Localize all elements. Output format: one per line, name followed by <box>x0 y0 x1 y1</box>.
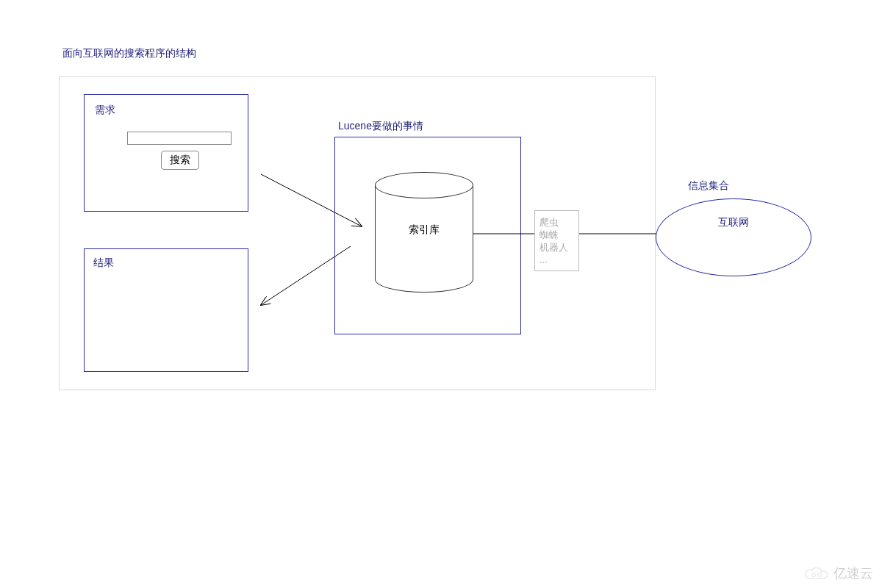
lucene-label: Lucene要做的事情 <box>338 120 423 133</box>
internet-label: 互联网 <box>656 198 811 276</box>
search-input[interactable] <box>127 132 232 145</box>
crawler-line3: 机器人 <box>539 242 574 254</box>
result-box: 结果 <box>84 248 248 372</box>
demand-box: 需求 搜索 <box>84 94 248 212</box>
svg-point-5 <box>818 573 821 576</box>
crawler-line4: ... <box>539 254 574 267</box>
watermark: 亿速云 <box>804 564 873 582</box>
crawler-box: 爬虫 蜘蛛 机器人 ... <box>534 210 579 271</box>
crawler-line2: 蜘蛛 <box>539 229 574 242</box>
diagram-title: 面向互联网的搜索程序的结构 <box>62 47 196 60</box>
index-store-label: 索引库 <box>375 223 473 237</box>
watermark-text: 亿速云 <box>833 564 873 582</box>
demand-label: 需求 <box>95 104 237 117</box>
info-collection-label: 信息集合 <box>688 179 729 193</box>
cloud-icon <box>804 565 829 581</box>
index-store-cylinder: 索引库 <box>375 172 473 293</box>
search-button[interactable]: 搜索 <box>161 151 199 170</box>
crawler-line1: 爬虫 <box>539 217 574 229</box>
svg-point-4 <box>812 573 815 576</box>
result-label: 结果 <box>93 257 239 270</box>
